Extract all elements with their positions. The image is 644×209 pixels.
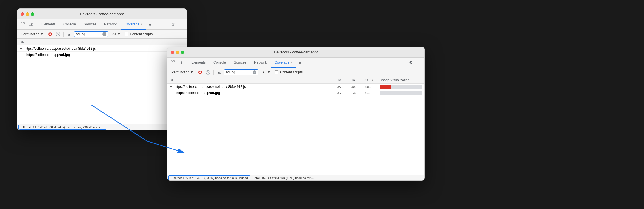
all-dropdown-2[interactable]: All ▼ xyxy=(260,70,273,75)
content-scripts-checkbox-1[interactable] xyxy=(125,32,128,36)
unused-cell-2-2: 0... xyxy=(365,91,380,95)
record-btn-1[interactable] xyxy=(47,31,53,37)
tab-network-2[interactable]: Network xyxy=(251,58,270,68)
coverage-table-1: URL ▼ https://coffee-cart.app/assets/ind… xyxy=(17,39,187,124)
tab-coverage-2[interactable]: Coverage ✕ xyxy=(271,58,296,68)
more-tabs-1[interactable]: » xyxy=(147,22,153,27)
tab-elements-2[interactable]: Elements xyxy=(188,58,209,68)
total-cell-2-1: 30... xyxy=(351,85,365,88)
download-btn-1[interactable] xyxy=(66,31,72,37)
url-cell-2-1: ▼ https://coffee-cart.app/assets/index-8… xyxy=(170,85,337,89)
more-options-icon-2[interactable]: ⋮ xyxy=(415,59,422,66)
search-input-1[interactable] xyxy=(76,32,101,36)
table-header-1: URL xyxy=(17,39,187,45)
cursor-icon-2[interactable] xyxy=(170,59,176,66)
svg-rect-2 xyxy=(29,23,31,26)
url-column-header-1: URL xyxy=(20,40,184,44)
device-icon-2[interactable] xyxy=(177,59,184,66)
chevron-down-icon-1: ▼ xyxy=(40,32,44,36)
tab-console-2[interactable]: Console xyxy=(210,58,229,68)
url-cell-2-2: https://coffee-cart.app/ad.jpg xyxy=(176,91,337,95)
table-row-1-1[interactable]: ▼ https://coffee-cart.app/assets/index-8… xyxy=(17,45,187,52)
devtools-content-2: Elements Console Sources Network Coverag… xyxy=(167,58,424,180)
viz-column-header-2: Usage Visualization xyxy=(380,78,422,82)
devtools-window-2: DevTools - coffee-cart.app/ Elements xyxy=(167,47,425,181)
svg-point-5 xyxy=(49,33,51,35)
svg-rect-1 xyxy=(23,23,24,24)
unused-column-header-2[interactable]: U... ▼ xyxy=(365,78,380,82)
svg-rect-9 xyxy=(171,61,172,62)
toolbar-2: Elements Console Sources Network Coverag… xyxy=(167,58,424,68)
tab-sources-2[interactable]: Sources xyxy=(230,58,250,68)
total-column-header-2[interactable]: To... xyxy=(351,78,365,82)
sort-arrow-icon-2: ▼ xyxy=(371,79,374,82)
svg-rect-12 xyxy=(182,62,183,64)
type-cell-2-1: JS... xyxy=(337,85,351,88)
tab-coverage-1[interactable]: Coverage ✕ xyxy=(121,19,146,30)
separator-cov-2 xyxy=(213,70,214,75)
maximize-button-1[interactable] xyxy=(31,12,34,16)
stop-btn-1[interactable] xyxy=(55,31,61,37)
type-cell-2-2: JS... xyxy=(337,91,351,95)
search-clear-btn-1[interactable]: ✕ xyxy=(102,32,106,36)
type-column-header-2[interactable]: Ty... xyxy=(337,78,351,82)
close-button-1[interactable] xyxy=(21,12,24,16)
stop-btn-2[interactable] xyxy=(205,69,211,75)
cursor-icon[interactable] xyxy=(20,21,26,28)
minimize-button-2[interactable] xyxy=(176,51,179,54)
viz-cell-2-2 xyxy=(380,91,422,95)
content-scripts-label-2: Content scripts xyxy=(275,70,303,74)
dropdown-arrow-icon-1: ▼ xyxy=(117,32,121,36)
download-btn-2[interactable] xyxy=(216,69,222,75)
dropdown-arrow-icon-2: ▼ xyxy=(267,70,271,74)
viz-used-bar-2-1 xyxy=(380,85,391,89)
tab-close-2[interactable]: ✕ xyxy=(290,61,293,64)
titlebar-2: DevTools - coffee-cart.app/ xyxy=(167,47,424,58)
content-scripts-checkbox-2[interactable] xyxy=(275,70,278,74)
search-input-2[interactable] xyxy=(226,70,251,74)
devtools-window-1: DevTools - coffee-cart.app/ Elements xyxy=(17,8,187,130)
status-bar-1: Filtered: 11.7 kB of 308 kB (4%) used so… xyxy=(17,124,187,130)
unused-cell-2-1: 96... xyxy=(365,85,380,88)
close-button-2[interactable] xyxy=(171,51,174,54)
maximize-button-2[interactable] xyxy=(181,51,184,54)
table-row-2-2[interactable]: https://coffee-cart.app/ad.jpg JS... 136… xyxy=(167,90,424,96)
tab-console-1[interactable]: Console xyxy=(60,19,79,30)
tab-network-1[interactable]: Network xyxy=(101,19,120,30)
toolbar-1: Elements Console Sources Network Coverag… xyxy=(17,19,187,30)
more-options-icon-1[interactable]: ⋮ xyxy=(177,21,184,28)
status-filtered-2: Filtered: 136 B of 136 B (100%) used so … xyxy=(168,175,250,180)
per-function-btn-1[interactable]: Per function ▼ xyxy=(20,32,45,37)
separator-cov-1 xyxy=(63,32,64,37)
tab-sources-1[interactable]: Sources xyxy=(80,19,100,30)
url-cell-1-1: ▼ https://coffee-cart.app/assets/index-8… xyxy=(20,47,184,51)
status-bar-2: Filtered: 136 B of 136 B (100%) used so … xyxy=(167,175,424,180)
url-cell-1-2: https://coffee-cart.app/ad.jpg xyxy=(26,53,184,57)
status-total-2: Total: 459 kB of 839 kB (55%) used so fa… xyxy=(251,176,316,180)
svg-rect-11 xyxy=(179,61,181,64)
triangle-icon-2-1: ▼ xyxy=(170,85,172,88)
minimize-button-1[interactable] xyxy=(26,12,29,16)
coverage-bar-2: Per function ▼ xyxy=(167,68,424,77)
url-column-header-2[interactable]: URL xyxy=(170,78,337,82)
all-dropdown-1[interactable]: All ▼ xyxy=(110,32,123,37)
table-row-1-2[interactable]: https://coffee-cart.app/ad.jpg xyxy=(17,52,187,58)
svg-rect-10 xyxy=(173,61,174,62)
tab-close-1[interactable]: ✕ xyxy=(140,23,143,26)
search-box-2: ✕ xyxy=(224,69,258,75)
svg-rect-3 xyxy=(32,24,33,26)
search-clear-btn-2[interactable]: ✕ xyxy=(253,70,256,74)
per-function-btn-2[interactable]: Per function ▼ xyxy=(170,70,195,75)
tab-elements-1[interactable]: Elements xyxy=(38,19,59,30)
record-btn-2[interactable] xyxy=(197,69,203,75)
triangle-icon-1-1: ▼ xyxy=(20,47,22,50)
status-filtered-1: Filtered: 11.7 kB of 308 kB (4%) used so… xyxy=(18,125,106,130)
gear-icon-1[interactable]: ⚙ xyxy=(170,21,176,28)
device-icon[interactable] xyxy=(27,21,34,28)
table-header-2: URL Ty... To... U... ▼ Usage Visualizati… xyxy=(167,77,424,84)
search-box-1: ✕ xyxy=(74,31,108,37)
gear-icon-2[interactable]: ⚙ xyxy=(407,59,414,66)
more-tabs-2[interactable]: » xyxy=(297,60,303,65)
devtools-content-1: Elements Console Sources Network Coverag… xyxy=(17,19,187,130)
table-row-2-1[interactable]: ▼ https://coffee-cart.app/assets/index-8… xyxy=(167,84,424,90)
